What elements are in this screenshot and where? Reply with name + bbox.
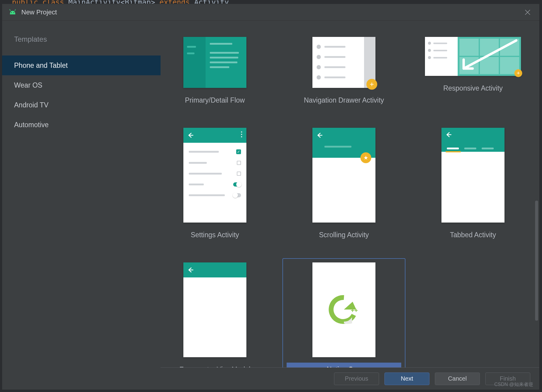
svg-line-1 bbox=[15, 9, 16, 11]
template-fragment-vm[interactable]: Fragment + ViewModel bbox=[161, 258, 276, 367]
previous-button[interactable]: Previous bbox=[334, 373, 379, 385]
template-thumb bbox=[183, 37, 246, 88]
template-native-cpp[interactable]: ++ Native C++ bbox=[282, 258, 405, 367]
svg-point-3 bbox=[14, 12, 14, 13]
android-logo-icon bbox=[9, 9, 17, 16]
template-thumb bbox=[183, 262, 246, 357]
template-thumb: ✓ bbox=[183, 128, 246, 223]
template-thumb: + bbox=[425, 37, 521, 76]
template-label: Primary/Detail Flow bbox=[185, 96, 245, 104]
template-primary-detail[interactable]: Primary/Detail Flow bbox=[161, 33, 276, 112]
template-label: Tabbed Activity bbox=[450, 231, 496, 239]
dialog-title: New Project bbox=[21, 8, 57, 16]
template-settings[interactable]: ✓ Settings Activity bbox=[161, 124, 276, 246]
template-thumb: ++ bbox=[312, 262, 375, 357]
new-project-dialog: New Project Templates Phone and TabletWe… bbox=[2, 4, 540, 390]
template-thumb bbox=[441, 128, 504, 223]
watermark: CSDN @知来者逆 bbox=[494, 382, 533, 388]
sidebar-item-automotive[interactable]: Automotive bbox=[2, 115, 161, 135]
sidebar-item-android-tv[interactable]: Android TV bbox=[2, 95, 161, 115]
scrollbar[interactable] bbox=[535, 201, 538, 321]
template-label: Navigation Drawer Activity bbox=[304, 96, 384, 104]
template-thumb: ★ bbox=[312, 128, 375, 223]
cancel-button[interactable]: Cancel bbox=[435, 373, 480, 385]
template-label: Settings Activity bbox=[191, 231, 239, 239]
sidebar-item-phone-and-tablet[interactable]: Phone and Tablet bbox=[2, 55, 161, 75]
svg-text:++: ++ bbox=[351, 307, 358, 314]
template-scrolling[interactable]: ★ Scrolling Activity bbox=[282, 124, 405, 246]
next-button[interactable]: Next bbox=[384, 373, 429, 385]
template-nav-drawer[interactable]: + Navigation Drawer Activity bbox=[282, 33, 405, 112]
svg-line-0 bbox=[10, 9, 11, 11]
template-thumb: + bbox=[312, 37, 375, 88]
dialog-footer: Previous Next Cancel Finish bbox=[161, 367, 539, 390]
template-label: Responsive Activity bbox=[443, 84, 503, 92]
sidebar: Templates Phone and TabletWear OSAndroid… bbox=[2, 21, 161, 390]
template-grid-area: Primary/Detail Flow + Navigation Drawer … bbox=[161, 21, 539, 390]
sidebar-item-wear-os[interactable]: Wear OS bbox=[2, 75, 161, 95]
close-button[interactable] bbox=[522, 7, 533, 17]
template-responsive[interactable]: + Responsive Activity bbox=[411, 33, 534, 112]
sidebar-heading: Templates bbox=[2, 31, 161, 55]
titlebar: New Project bbox=[2, 4, 539, 21]
template-label: Scrolling Activity bbox=[319, 231, 369, 239]
template-tabbed[interactable]: Tabbed Activity bbox=[411, 124, 534, 246]
svg-point-2 bbox=[11, 12, 12, 13]
